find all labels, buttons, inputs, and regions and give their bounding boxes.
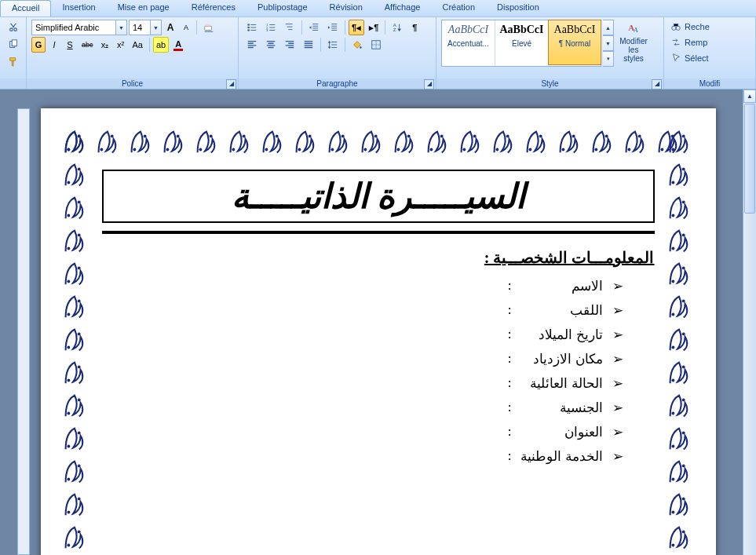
svg-point-68	[77, 333, 80, 336]
page[interactable]: السيـــــرة الذاتيـــــة المعلومـــات ال…	[41, 108, 716, 555]
indent-decrease-button[interactable]	[305, 20, 323, 35]
style-item-eleve[interactable]: AaBbCcI Élevé	[495, 20, 549, 66]
field-row[interactable]: ➢الحالة العائلية:	[102, 375, 623, 392]
svg-point-62	[77, 234, 80, 237]
field-colon: :	[508, 327, 512, 343]
font-color-button[interactable]: A	[170, 37, 186, 53]
font-size-combo[interactable]: ▼	[129, 20, 162, 35]
tab-publipostage[interactable]: Publipostage	[247, 0, 319, 16]
field-row[interactable]: ➢الخدمة الوطنية:	[102, 448, 623, 465]
field-row[interactable]: ➢مكان الازدياد:	[102, 351, 623, 367]
justify-button[interactable]	[300, 37, 317, 53]
font-name-combo[interactable]: ▼	[31, 20, 127, 35]
svg-point-97	[671, 412, 674, 415]
strike-button[interactable]: abc	[79, 37, 97, 53]
highlight-button[interactable]: ab	[153, 37, 169, 53]
grow-font-button[interactable]: A	[163, 20, 177, 35]
field-row[interactable]: ➢الاسم:	[102, 278, 623, 294]
svg-point-81	[671, 148, 674, 152]
scroll-up-button[interactable]: ▲	[743, 89, 756, 103]
replace-button[interactable]: Remp	[669, 35, 751, 49]
svg-point-65	[67, 313, 70, 316]
tab-disposition[interactable]: Disposition	[486, 0, 550, 16]
change-styles-button[interactable]: AA Modifier les styles	[615, 20, 652, 65]
shrink-font-button[interactable]: A	[179, 20, 193, 35]
field-row[interactable]: ➢اللقب:	[102, 302, 623, 319]
gallery-down-button[interactable]: ▼	[603, 35, 614, 51]
multilevel-button[interactable]	[281, 20, 298, 35]
svg-point-55	[67, 148, 70, 152]
style-item-accentuation[interactable]: AaBbCcI Accentuat...	[442, 20, 495, 66]
align-left-button[interactable]	[243, 37, 261, 53]
clear-formatting-button[interactable]	[200, 20, 217, 35]
field-row[interactable]: ➢العنوان:	[102, 424, 623, 440]
svg-point-28	[242, 135, 245, 138]
tab-references[interactable]: Références	[181, 0, 247, 16]
change-case-button[interactable]: Aa	[130, 37, 146, 53]
chevron-icon: ➢	[612, 448, 623, 465]
bullets-button[interactable]	[243, 20, 261, 35]
dialog-launcher-icon[interactable]: ◢	[424, 79, 434, 89]
bold-button[interactable]: G	[31, 37, 46, 53]
chevron-down-icon[interactable]: ▼	[151, 20, 162, 35]
font-size-input[interactable]	[129, 20, 151, 35]
italic-button[interactable]: I	[47, 37, 61, 53]
svg-text:3: 3	[266, 28, 268, 32]
format-painter-button[interactable]	[5, 54, 22, 70]
vertical-scrollbar[interactable]: ▲	[743, 89, 756, 555]
tab-mise-en-page[interactable]: Mise en page	[107, 0, 181, 16]
separator	[345, 20, 345, 35]
tab-revision[interactable]: Révision	[319, 0, 374, 16]
tab-accueil[interactable]: Accueil	[0, 0, 51, 16]
find-button[interactable]: Reche	[669, 20, 751, 34]
underline-button[interactable]: S	[63, 37, 77, 53]
font-name-input[interactable]	[31, 20, 116, 35]
group-label-clipboard	[0, 79, 26, 89]
sort-button[interactable]: AZ	[389, 20, 406, 35]
borders-button[interactable]	[367, 37, 385, 53]
indent-increase-button[interactable]	[324, 20, 341, 35]
align-center-button[interactable]	[262, 37, 279, 53]
field-row[interactable]: ➢تاريخ الميلاد:	[102, 327, 623, 343]
gallery-up-button[interactable]: ▲	[603, 20, 614, 35]
copy-button[interactable]	[5, 37, 22, 53]
rtl-button[interactable]: ▸¶	[366, 20, 382, 35]
svg-point-47	[561, 148, 564, 152]
sort-icon: AZ	[392, 22, 403, 33]
dialog-launcher-icon[interactable]: ◢	[652, 79, 662, 89]
numbering-icon: 123	[265, 22, 276, 33]
separator	[385, 20, 385, 35]
cut-button[interactable]	[5, 20, 22, 35]
svg-point-21	[133, 148, 136, 152]
chevron-icon: ➢	[612, 351, 623, 367]
scroll-thumb[interactable]	[744, 104, 755, 214]
svg-point-3	[247, 24, 250, 26]
tab-creation[interactable]: Création	[431, 0, 486, 16]
svg-point-104	[681, 498, 685, 501]
dialog-launcher-icon[interactable]: ◢	[226, 79, 236, 89]
document-title[interactable]: السيـــــرة الذاتيـــــة	[111, 176, 645, 217]
section-heading[interactable]: المعلومـــات الشخصـــية :	[102, 248, 655, 267]
field-row[interactable]: ➢الجنسية:	[102, 400, 623, 416]
subscript-button[interactable]: x₂	[98, 37, 112, 53]
ltr-button[interactable]: ¶◂	[349, 20, 364, 35]
svg-point-54	[670, 135, 674, 138]
style-item-normal[interactable]: AaBbCcI ¶ Normal	[548, 20, 601, 65]
numbering-button[interactable]: 123	[262, 20, 279, 35]
svg-point-102	[681, 465, 685, 468]
vertical-ruler[interactable]	[17, 108, 30, 555]
superscript-button[interactable]: x²	[114, 37, 128, 53]
chevron-down-icon[interactable]: ▼	[116, 20, 127, 35]
line-spacing-button[interactable]	[324, 37, 341, 53]
svg-point-87	[671, 247, 674, 250]
svg-point-45	[528, 148, 531, 152]
show-marks-button[interactable]: ¶	[407, 20, 422, 35]
select-button[interactable]: Sélect	[669, 51, 751, 65]
tab-insertion[interactable]: Insertion	[51, 0, 106, 16]
tab-affichage[interactable]: Affichage	[374, 0, 432, 16]
shading-button[interactable]	[349, 37, 366, 53]
svg-point-99	[671, 445, 674, 448]
field-label: تاريخ الميلاد	[517, 327, 603, 343]
gallery-more-button[interactable]: ▾	[603, 51, 614, 67]
align-right-button[interactable]	[281, 37, 298, 53]
